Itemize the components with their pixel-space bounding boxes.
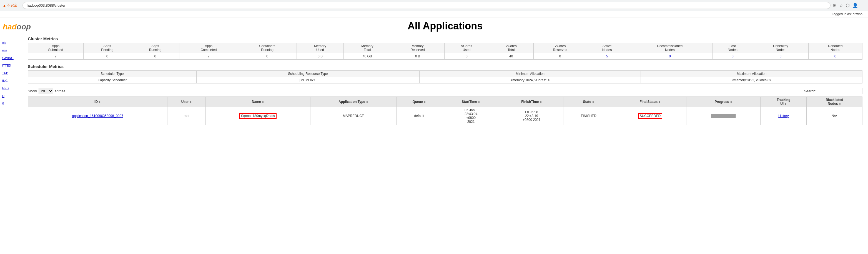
sidebar-item-hed[interactable]: HED	[0, 84, 22, 92]
search-input[interactable]	[818, 88, 863, 94]
col-name[interactable]: Name ⇕	[206, 97, 310, 107]
val-maximum-allocation: <memory:8192, vCores:8>	[641, 77, 863, 83]
col-tracking-ui[interactable]: TrackingUI ⇕	[761, 97, 807, 107]
col-unhealthy-nodes: UnhealthyNodes	[753, 43, 808, 53]
sidebar-item-saving[interactable]: SAVING	[0, 55, 22, 62]
cell-tracking-ui[interactable]: History	[761, 107, 807, 125]
val-apps-submitted: 7	[28, 53, 84, 60]
entries-select[interactable]: 20 50 100	[39, 88, 53, 94]
col-progress[interactable]: Progress ⇕	[686, 97, 761, 107]
applications-table: ID ⇕ User ⇕ Name ⇕ Application Type ⇕ Qu…	[28, 97, 863, 125]
col-scheduling-resource-type: Scheduling Resource Type	[196, 71, 419, 77]
cluster-metrics-header-row: AppsSubmitted AppsPending AppsRunning Ap…	[28, 43, 863, 53]
val-containers-running: 0	[238, 53, 297, 60]
warning-text: 不安全	[7, 3, 17, 8]
browser-chrome: ▲ 不安全 | hadoop003:8088/cluster ⊞ ☆ ⬡ 👤 ⋮	[0, 0, 868, 11]
col-maximum-allocation: Maximum Allocation	[641, 71, 863, 77]
scheduler-metrics-table: Scheduler Type Scheduling Resource Type …	[28, 70, 863, 83]
col-memory-total: MemoryTotal	[344, 43, 391, 53]
extensions-icon[interactable]: ⬡	[846, 3, 850, 8]
col-user[interactable]: User ⇕	[167, 97, 206, 107]
sidebar-item-itted[interactable]: ITTED	[0, 62, 22, 69]
col-application-type[interactable]: Application Type ⇕	[310, 97, 397, 107]
final-status-sort-icon: ⇕	[658, 101, 660, 103]
sidebar: hadoop els ons SAVING ITTED TED ING HED …	[0, 17, 22, 249]
val-rebooted-nodes[interactable]: 0	[808, 53, 862, 60]
scheduler-header-row: Scheduler Type Scheduling Resource Type …	[28, 71, 863, 77]
col-vcores-reserved: VCoresReserved	[533, 43, 587, 53]
col-rebooted-nodes: RebootedNodes	[808, 43, 862, 53]
cell-finish-time: Fri Jan 822:43:19+0800 2021	[500, 107, 563, 125]
val-vcores-used: 0	[444, 53, 489, 60]
warning-icon: ▲	[3, 4, 6, 7]
start-sort-icon: ⇕	[478, 101, 480, 103]
col-apps-pending: AppsPending	[83, 43, 131, 53]
page-layout: hadoop els ons SAVING ITTED TED ING HED …	[0, 17, 868, 249]
col-vcores-used: VCoresUsed	[444, 43, 489, 53]
sidebar-item-ons[interactable]: ons	[0, 46, 22, 54]
val-scheduling-resource-type: [MEMORY]	[196, 77, 419, 83]
val-memory-reserved: 0 B	[391, 53, 444, 60]
star-icon[interactable]: ☆	[839, 3, 843, 8]
cell-app-id[interactable]: application_1610096353998_0007	[28, 107, 167, 125]
app-type-sort-icon: ⇕	[366, 101, 368, 103]
progress-sort-icon: ⇕	[730, 101, 732, 103]
show-label: Show	[28, 89, 37, 93]
col-final-status[interactable]: FinalStatus ⇕	[614, 97, 686, 107]
search-box: Search:	[804, 88, 863, 94]
sidebar-item-ing[interactable]: ING	[0, 77, 22, 84]
val-scheduler-type: Capacity Scheduler	[28, 77, 196, 83]
final-status-badge: SUCCEEDED	[638, 113, 662, 119]
col-state[interactable]: State ⇕	[563, 97, 614, 107]
browser-warning: ▲ 不安全	[3, 3, 17, 8]
cell-name: Sqoop: 180mysql2hdfs	[206, 107, 310, 125]
sidebar-item-ted[interactable]: TED	[0, 70, 22, 77]
val-decommissioned-nodes[interactable]: 0	[627, 53, 713, 60]
cell-progress	[686, 107, 761, 125]
val-active-nodes[interactable]: 5	[587, 53, 627, 60]
blacklisted-sort-icon: ⇕	[839, 103, 841, 105]
cell-app-type: MAPREDUCE	[310, 107, 397, 125]
sidebar-item-d[interactable]: D	[0, 92, 22, 100]
sidebar-items: els ons SAVING ITTED TED ING HED D 0	[0, 39, 22, 108]
logged-in-text: Logged in as: dr.who	[832, 12, 863, 16]
col-blacklisted-nodes[interactable]: BlacklistedNodes ⇕	[807, 97, 863, 107]
state-sort-icon: ⇕	[592, 101, 594, 103]
col-start-time[interactable]: StartTime ⇕	[442, 97, 500, 107]
val-unhealthy-nodes[interactable]: 0	[753, 53, 808, 60]
name-sort-icon: ⇕	[262, 101, 264, 103]
page-title: All Applications	[28, 20, 863, 32]
col-queue[interactable]: Queue ⇕	[397, 97, 442, 107]
address-bar[interactable]: hadoop003:8088/cluster	[23, 2, 831, 9]
cell-queue: default	[397, 107, 442, 125]
id-sort-icon: ⇕	[99, 101, 101, 103]
col-apps-running: AppsRunning	[131, 43, 179, 53]
val-memory-total: 40 GB	[344, 53, 391, 60]
col-scheduler-type: Scheduler Type	[28, 71, 196, 77]
col-minimum-allocation: Minimum Allocation	[420, 71, 641, 77]
history-link[interactable]: History	[778, 114, 788, 118]
sidebar-item-els[interactable]: els	[0, 39, 22, 46]
main-content: All Applications Cluster Metrics AppsSub…	[22, 17, 868, 249]
val-apps-running: 0	[131, 53, 179, 60]
col-finish-time[interactable]: FinishTime ⇕	[500, 97, 563, 107]
separator: |	[20, 3, 20, 7]
cluster-metrics-table: AppsSubmitted AppsPending AppsRunning Ap…	[28, 43, 863, 60]
hadoop-logo: hadoop	[3, 23, 19, 31]
val-lost-nodes[interactable]: 0	[713, 53, 753, 60]
app-name-badge: Sqoop: 180mysql2hdfs	[239, 113, 277, 119]
app-id-link[interactable]: application_1610096353998_0007	[72, 114, 123, 118]
sidebar-item-0[interactable]: 0	[0, 100, 22, 107]
user-sort-icon: ⇕	[190, 101, 192, 103]
val-apps-completed: 7	[179, 53, 238, 60]
scheduler-metrics-title: Scheduler Metrics	[28, 64, 863, 69]
app-table-header-row: ID ⇕ User ⇕ Name ⇕ Application Type ⇕ Qu…	[28, 97, 863, 107]
val-memory-used: 0 B	[297, 53, 344, 60]
col-memory-reserved: MemoryReserved	[391, 43, 444, 53]
cell-state: FINISHED	[563, 107, 614, 125]
col-id[interactable]: ID ⇕	[28, 97, 167, 107]
table-row: application_1610096353998_0007 root Sqoo…	[28, 107, 863, 125]
account-icon[interactable]: 👤	[852, 3, 858, 8]
menu-icon[interactable]: ⋮	[861, 3, 865, 8]
translate-icon[interactable]: ⊞	[833, 3, 836, 8]
